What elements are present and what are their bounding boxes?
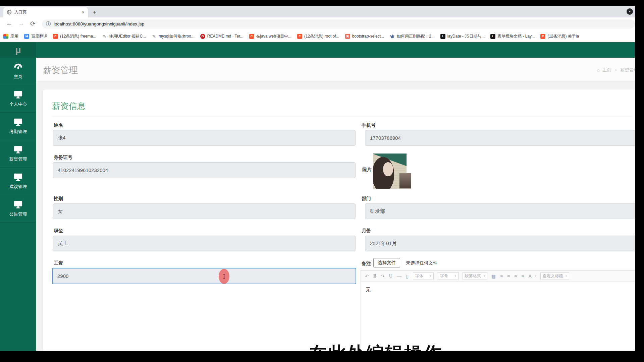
bookmark-laydate[interactable]: L layDate - JS日期与... bbox=[440, 34, 485, 39]
bookmark-csdn-3[interactable]: C (12条消息) root of... bbox=[297, 34, 339, 39]
breadcrumb-separator: › bbox=[615, 67, 616, 72]
bookmark-csdn-4[interactable]: C (12条消息) 关于la bbox=[540, 34, 579, 39]
app-top-bar bbox=[0, 42, 644, 58]
name-field[interactable]: 张4 bbox=[53, 130, 356, 146]
monitor-icon bbox=[13, 145, 23, 154]
document-icon[interactable]: ▯ bbox=[406, 274, 409, 279]
month-label: 月份 bbox=[362, 228, 371, 234]
monitor-icon bbox=[13, 200, 23, 209]
chevron-down-icon: ▾ bbox=[566, 275, 567, 278]
rich-text-editor[interactable]: ↶ B ↷ U — ▯ 字体 ▾ 字号 ▾ 段落格式 ▾ ▦ ≡ ≡ ≡ ≡ A bbox=[361, 270, 641, 351]
bold-icon[interactable]: B bbox=[373, 274, 376, 279]
align-justify-icon[interactable]: ≡ bbox=[521, 274, 524, 279]
photo-face-shape bbox=[383, 162, 393, 176]
gitee-icon: G bbox=[200, 34, 205, 39]
bookmark-baidu-translate[interactable]: 译 百度翻译 bbox=[24, 34, 47, 39]
home-icon: ⌂ bbox=[597, 67, 600, 72]
bookmark-mysql[interactable]: ✎ mysql如何修改roo... bbox=[152, 34, 195, 39]
csdn-icon: C bbox=[540, 34, 545, 39]
phone-label: 手机号 bbox=[362, 122, 376, 128]
back-icon[interactable]: ← bbox=[6, 20, 12, 27]
sidebar-item-salary[interactable]: 薪资管理 bbox=[0, 140, 36, 168]
bookmark-csdn-1[interactable]: C (12条消息) freema... bbox=[53, 34, 96, 39]
browser-tab[interactable]: 入口页 × bbox=[3, 7, 88, 17]
bookmark-layui-form[interactable]: L 表单模块文档 - Lay... bbox=[490, 34, 535, 39]
chevron-down-icon: ▾ bbox=[430, 275, 431, 278]
editor-content[interactable]: 无 bbox=[361, 282, 640, 293]
font-size-select[interactable]: 字号 ▾ bbox=[438, 272, 459, 280]
browser-tab-strip bbox=[0, 6, 644, 17]
layui-icon: L bbox=[490, 34, 495, 39]
undo-icon[interactable]: ↶ bbox=[365, 274, 369, 279]
chevron-down-icon: ▾ bbox=[484, 275, 485, 278]
dashboard-icon bbox=[13, 63, 23, 71]
new-tab-button[interactable]: + bbox=[93, 9, 96, 16]
photo-inset-thumbnail bbox=[399, 173, 411, 189]
monitor-icon bbox=[13, 173, 23, 181]
tab-title: 入口页 bbox=[14, 9, 82, 15]
apps-grid-icon bbox=[3, 34, 8, 39]
sidebar-item-suggestions[interactable]: 建议管理 bbox=[0, 168, 36, 195]
breadcrumb-home[interactable]: 主页 bbox=[602, 67, 611, 72]
address-bar[interactable]: ⓘ localhost:8080/yuangongxinxiguanli/ind… bbox=[42, 19, 635, 28]
forward-icon[interactable]: → bbox=[18, 20, 24, 27]
bookmark-gitee-readme[interactable]: G README.md · Ter... bbox=[200, 34, 244, 39]
employee-photo bbox=[373, 154, 407, 189]
sidebar-item-personal-center[interactable]: 个人中心 bbox=[0, 85, 36, 113]
sidebar-item-attendance[interactable]: 考勤管理 bbox=[0, 113, 36, 140]
bookmark-jianshu[interactable]: 简 bootstrap-select... bbox=[345, 34, 384, 39]
globe-favicon-icon bbox=[7, 10, 12, 15]
bookmarks-bar: 应用 译 百度翻译 C (12条消息) freema... ✎ 使用UEdito… bbox=[0, 30, 644, 42]
position-field[interactable]: 员工 bbox=[53, 236, 356, 251]
phone-field[interactable]: 17703786904 bbox=[365, 130, 641, 146]
table-icon[interactable]: ▦ bbox=[491, 274, 496, 279]
horizontal-rule-icon[interactable]: — bbox=[397, 274, 401, 279]
csdn-icon: C bbox=[297, 34, 302, 39]
sidebar: 主页 个人中心 考勤管理 薪资管理 建议管理 bbox=[0, 58, 36, 351]
monitor-icon bbox=[13, 90, 23, 99]
bookmark-ueditor[interactable]: ✎ 使用UEditor 报错C... bbox=[102, 34, 146, 39]
salary-label: 工资 bbox=[54, 260, 63, 266]
id-number-label: 身份证号 bbox=[54, 155, 72, 161]
gender-label: 性别 bbox=[54, 196, 63, 202]
page-title: 薪资管理 bbox=[43, 64, 78, 76]
custom-title-select[interactable]: 自定义标题 ▾ bbox=[540, 272, 569, 280]
tab-close-icon[interactable]: × bbox=[82, 10, 85, 15]
underline-icon[interactable]: U bbox=[389, 274, 392, 279]
chevron-down-icon: ▾ bbox=[535, 275, 536, 278]
reload-icon[interactable]: ⟳ bbox=[30, 20, 36, 27]
monitor-icon bbox=[13, 118, 23, 126]
salary-field[interactable]: 2900 bbox=[52, 268, 356, 284]
font-family-select[interactable]: 字体 ▾ bbox=[413, 272, 434, 280]
editor-toolbar: ↶ B ↷ U — ▯ 字体 ▾ 字号 ▾ 段落格式 ▾ ▦ ≡ ≡ ≡ ≡ A bbox=[361, 270, 640, 282]
bookmark-apps[interactable]: 应用 bbox=[3, 34, 18, 39]
baidu-paw-icon bbox=[390, 34, 395, 39]
department-field[interactable]: 研发部 bbox=[365, 203, 641, 219]
id-number-field[interactable]: 410224199610232004 bbox=[53, 162, 356, 178]
panel-title: 薪资信息 bbox=[52, 101, 86, 112]
font-color-icon[interactable]: A bbox=[529, 274, 532, 279]
sidebar-item-home[interactable]: 主页 bbox=[0, 58, 36, 85]
bookmark-baidu[interactable]: 如何用正则匹配：2... bbox=[390, 34, 435, 39]
department-label: 部门 bbox=[362, 196, 371, 202]
baidu-translate-icon: 译 bbox=[24, 34, 29, 39]
choose-file-button[interactable]: 选择文件 bbox=[373, 258, 400, 267]
tab-search-button[interactable]: ▾ bbox=[627, 8, 633, 15]
redo-icon[interactable]: ↷ bbox=[381, 274, 385, 279]
paragraph-format-select[interactable]: 段落格式 ▾ bbox=[463, 272, 487, 280]
pen-icon: ✎ bbox=[152, 34, 157, 39]
screenshot-root: 入口页 × + ▾ ← → ⟳ ⓘ localhost:8080/yuangon… bbox=[0, 0, 644, 362]
gender-field[interactable]: 女 bbox=[53, 203, 356, 219]
letterbox-top bbox=[0, 0, 644, 6]
page-info-icon[interactable]: ⓘ bbox=[46, 21, 51, 27]
csdn-icon: C bbox=[53, 34, 58, 39]
file-status-text: 未选择任何文件 bbox=[406, 260, 438, 266]
align-center-icon[interactable]: ≡ bbox=[514, 274, 517, 279]
url-text[interactable]: localhost:8080/yuangongxinxiguanli/index… bbox=[54, 21, 144, 26]
align-right-icon[interactable]: ≡ bbox=[507, 274, 510, 279]
app-logo[interactable]: μ bbox=[0, 42, 36, 58]
sidebar-item-announcements[interactable]: 公告管理 bbox=[0, 195, 36, 223]
bookmark-csdn-2[interactable]: C 在java web项目中... bbox=[249, 34, 291, 39]
align-left-icon[interactable]: ≡ bbox=[500, 274, 503, 279]
month-field[interactable]: 2021年01月 bbox=[365, 236, 641, 251]
